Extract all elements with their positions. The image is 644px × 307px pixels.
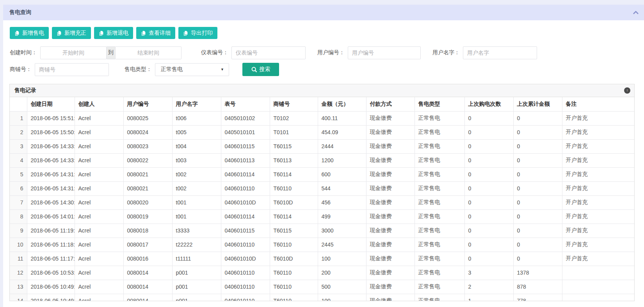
table-row[interactable]: 92018-06-05 11:19:0Acrel0080018t33330406… xyxy=(10,224,634,238)
column-header-amount: 金额（元） xyxy=(318,97,366,111)
cell-user-name: t002 xyxy=(172,167,221,181)
column-header-last-total: 上次累计金额 xyxy=(513,97,562,111)
table-header-row: 创建日期创建人用户编号用户名字表号商铺号金额（元）付款方式售电类型上次购电次数上… xyxy=(10,97,634,111)
cell-create-date: 2018-06-05 10:49:0 xyxy=(27,294,75,301)
toolbar-button-3[interactable]: 新增退电 xyxy=(94,27,133,39)
cell-shop-no: T60110 xyxy=(270,280,318,294)
toolbar-button-label: 新增售电 xyxy=(22,30,44,37)
sale-type-select[interactable]: 正常售电 ▼ xyxy=(155,63,229,76)
cell-user-name: t003 xyxy=(172,153,221,167)
toolbar-button-label: 新增充正 xyxy=(64,30,86,37)
cell-remark xyxy=(562,294,634,301)
cell-index: 13 xyxy=(10,280,27,294)
cell-creator: Acrel xyxy=(75,209,123,224)
cell-pay-method: 现金缴费 xyxy=(366,181,415,195)
cell-create-date: 2018-06-05 14:31:3 xyxy=(27,181,75,195)
file-copy-icon xyxy=(14,30,20,36)
cell-create-date: 2018-06-05 11:18:4 xyxy=(27,238,75,252)
toolbar-button-5[interactable]: 导出打印 xyxy=(178,27,217,39)
cell-index: 7 xyxy=(10,195,27,209)
cell-user-no: 0080014 xyxy=(123,266,172,280)
shop-no-label: 商铺号： xyxy=(10,66,32,73)
filter-area: 创建时间： 到 仪表编号： 用户编号： 用户名字： 商铺号： 售电类型： 正常售… xyxy=(3,39,644,76)
cell-user-name: t005 xyxy=(172,125,221,139)
cell-meter-no: 0405010101 xyxy=(221,125,270,139)
column-header-shop-no: 商铺号 xyxy=(270,97,318,111)
table-row[interactable]: 72018-06-05 14:30:1Acrel0080020t00104060… xyxy=(10,195,634,209)
table-row[interactable]: 32018-06-05 14:33:2Acrel0080023t00404060… xyxy=(10,139,634,153)
search-icon xyxy=(251,67,257,73)
cell-sale-type: 正常售电 xyxy=(415,153,464,167)
cell-index: 6 xyxy=(10,181,27,195)
cell-sale-type: 正常售电 xyxy=(415,139,464,153)
cell-meter-no: 0406010115 xyxy=(221,224,270,238)
cell-shop-no: T60114 xyxy=(270,167,318,181)
cell-user-no: 0080021 xyxy=(123,181,172,195)
end-time-input[interactable] xyxy=(115,46,181,59)
column-header-last-count: 上次购电次数 xyxy=(464,97,513,111)
cell-create-date: 2018-06-05 11:19:0 xyxy=(27,224,75,238)
page-title: 售电查询 xyxy=(9,9,31,16)
table-row[interactable]: 12018-06-05 15:51:1Acrel0080025t00604050… xyxy=(10,111,634,125)
chevron-down-icon: ▼ xyxy=(221,67,224,71)
cell-pay-method: 现金缴费 xyxy=(366,153,415,167)
cell-last-total: 0 xyxy=(513,224,562,238)
cell-meter-no: 0406010110 xyxy=(221,181,270,195)
cell-last-count: 0 xyxy=(464,111,513,125)
user-no-input[interactable] xyxy=(348,46,421,59)
toolbar-button-label: 新增退电 xyxy=(107,30,128,37)
cell-sale-type: 正常售电 xyxy=(415,238,464,252)
start-time-input[interactable] xyxy=(40,46,107,59)
cell-shop-no: T60110 xyxy=(270,294,318,301)
cell-remark: 开户首充 xyxy=(562,209,634,224)
table-row[interactable]: 82018-06-05 14:01:3Acrel0080019t00104060… xyxy=(10,209,634,224)
table-row[interactable]: 42018-06-05 14:33:0Acrel0080022t00304060… xyxy=(10,153,634,167)
cell-last-total: 878 xyxy=(513,280,562,294)
user-name-input[interactable] xyxy=(463,46,537,59)
cell-last-total: 0 xyxy=(513,139,562,153)
cell-remark: 开户首充 xyxy=(562,252,634,266)
cell-last-total: 0 xyxy=(513,111,562,125)
meter-no-input[interactable] xyxy=(231,46,306,59)
cell-meter-no: 0406010115 xyxy=(221,139,270,153)
cell-amount: 454.09 xyxy=(318,125,366,139)
cell-amount: 1200 xyxy=(318,153,366,167)
cell-sale-type: 正常售电 xyxy=(415,125,464,139)
table-row[interactable]: 102018-06-05 11:18:4Acrel0080017t2222204… xyxy=(10,238,634,252)
cell-amount: 3000 xyxy=(318,224,366,238)
cell-last-count: 0 xyxy=(464,238,513,252)
table-row[interactable]: 122018-06-05 10:53:0Acrel0080014p0010406… xyxy=(10,266,634,280)
cell-user-no: 0080016 xyxy=(123,252,172,266)
cell-amount: 544 xyxy=(318,181,366,195)
toolbar-button-2[interactable]: 新增充正 xyxy=(52,27,91,39)
cell-creator: Acrel xyxy=(75,167,123,181)
cell-create-date: 2018-06-05 15:50:1 xyxy=(27,125,75,139)
cell-last-count: 0 xyxy=(464,252,513,266)
table-row[interactable]: 62018-06-05 14:31:3Acrel0080021t00204060… xyxy=(10,181,634,195)
toolbar-button-4[interactable]: 查看详细 xyxy=(136,27,175,39)
toolbar-button-1[interactable]: 新增售电 xyxy=(10,27,49,39)
search-button[interactable]: 搜索 xyxy=(242,63,279,76)
table-row[interactable]: 132018-06-05 10:49:5Acrel0080014p0010406… xyxy=(10,280,634,294)
table-row[interactable]: 52018-06-05 14:31:3Acrel0080021t00204060… xyxy=(10,167,634,181)
shop-no-input[interactable] xyxy=(35,63,109,76)
table-row[interactable]: 142018-06-05 10:49:0Acrel0080014p0010406… xyxy=(10,294,634,301)
column-header-create-date: 创建日期 xyxy=(27,97,75,111)
cell-user-name: t002 xyxy=(172,181,221,195)
chevron-up-icon[interactable] xyxy=(633,11,639,14)
main-content: 售电查询 新增售电新增充正新增退电查看详细导出打印 创建时间： 到 仪表编号： … xyxy=(3,5,644,307)
cell-meter-no: 0406010110 xyxy=(221,238,270,252)
cell-pay-method: 现金缴费 xyxy=(366,252,415,266)
cell-creator: Acrel xyxy=(75,224,123,238)
cell-sale-type: 正常售电 xyxy=(415,195,464,209)
table-row[interactable]: 22018-06-05 15:50:1Acrel0080024t00504050… xyxy=(10,125,634,139)
cell-shop-no: T6010D xyxy=(270,195,318,209)
cell-index: 2 xyxy=(10,125,27,139)
table-row[interactable]: 112018-06-05 11:17:5Acrel0080016t1111104… xyxy=(10,252,634,266)
cell-index: 9 xyxy=(10,224,27,238)
cell-user-name: p001 xyxy=(172,266,221,280)
cell-index: 12 xyxy=(10,266,27,280)
collapse-up-icon[interactable]: ↑ xyxy=(624,87,630,94)
file-copy-icon xyxy=(183,30,188,36)
to-separator: 到 xyxy=(107,46,115,59)
